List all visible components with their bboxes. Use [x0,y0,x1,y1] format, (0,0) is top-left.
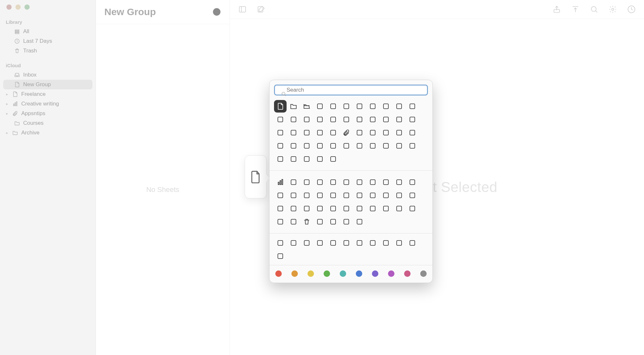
card-image-icon[interactable] [287,189,300,202]
group-folder-icon[interactable] [314,100,326,113]
trash-icon[interactable] [300,215,313,228]
reading-icon[interactable] [327,176,339,188]
card-icon[interactable] [300,189,313,202]
lock-icon[interactable] [366,189,379,202]
toolbox-icon[interactable] [287,153,300,165]
wikipedia-icon[interactable] [406,237,419,249]
doc-alt-icon[interactable] [340,113,353,126]
music-icon[interactable] [406,140,419,152]
search-button[interactable] [589,5,599,14]
list-icon[interactable] [314,189,326,202]
disclosure-chevron-icon[interactable]: ▸ [5,111,9,116]
archive-icon[interactable] [380,100,392,113]
close-window-button[interactable] [6,5,12,10]
chat-icon[interactable] [393,189,405,202]
tray-down-icon[interactable] [340,100,353,113]
icloud-item-freelance[interactable]: ▸Freelance [3,89,92,99]
help-icon[interactable] [353,215,366,228]
scribble-icon[interactable] [327,126,339,139]
sidebar-toggle-button[interactable] [238,5,247,14]
briefcase-icon[interactable] [274,153,287,165]
camera-icon[interactable] [366,140,379,152]
building-icon[interactable] [314,153,326,165]
piano-icon[interactable] [406,202,419,215]
facebook-icon[interactable] [380,237,392,249]
cal-day-icon[interactable] [366,176,379,188]
bear-icon[interactable] [274,250,287,262]
mail-icon[interactable] [287,202,300,215]
columns-icon[interactable] [300,202,313,215]
color-swatch-2[interactable] [308,270,314,277]
export-button[interactable] [571,5,580,14]
castle-icon[interactable] [327,153,339,165]
theatre-icon[interactable] [380,140,392,152]
doc-new-icon[interactable] [314,113,326,126]
settings-button[interactable] [608,5,618,14]
color-swatch-8[interactable] [404,270,411,277]
info-icon[interactable] [327,215,339,228]
pen-icon[interactable] [314,126,326,139]
folder-open-icon[interactable] [300,100,313,113]
doc-blank-icon[interactable] [353,113,366,126]
chat-lines-icon[interactable] [406,189,419,202]
page-icon[interactable] [274,100,287,113]
color-swatch-3[interactable] [324,270,330,277]
home-icon[interactable] [300,153,313,165]
warning-icon[interactable] [314,215,326,228]
disclosure-chevron-icon[interactable]: ▸ [5,102,9,106]
images-icon[interactable] [353,202,366,215]
github-icon[interactable] [340,237,353,249]
pencil-ruler-icon[interactable] [300,126,313,139]
drive-icon[interactable] [327,140,339,152]
sheet-icon[interactable] [274,189,287,202]
pin-map-icon[interactable] [314,202,326,215]
icloud-item-courses[interactable]: Courses [3,118,92,128]
color-swatch-0[interactable] [275,270,282,277]
printer-icon[interactable] [340,140,353,152]
doc-icon[interactable] [327,113,339,126]
map-icon[interactable] [327,202,339,215]
library-item-last-7-days[interactable]: Last 7 Days [3,36,92,46]
ol-list-icon[interactable] [327,189,339,202]
library-item-trash[interactable]: Trash [3,46,92,56]
mic-icon[interactable] [393,140,405,152]
color-swatch-1[interactable] [291,270,298,277]
disclosure-chevron-icon[interactable]: ▸ [5,131,9,135]
color-swatch-4[interactable] [340,270,346,277]
play-icon[interactable] [366,202,379,215]
bulb-icon[interactable] [274,140,287,152]
table-icon[interactable] [393,176,405,188]
tray-up-icon[interactable] [353,100,366,113]
doc-user-icon[interactable] [380,113,392,126]
pin-icon[interactable] [353,126,366,139]
micro-icon[interactable] [287,237,300,249]
alert-icon[interactable] [340,215,353,228]
bin-icon[interactable] [287,215,300,228]
unlock-icon[interactable] [380,189,392,202]
kettle-icon[interactable] [287,140,300,152]
compose-button[interactable] [256,5,266,14]
icloud-item-creative-writing[interactable]: ▸Creative writing [3,99,92,109]
open-book-icon[interactable] [314,176,326,188]
tray-icon[interactable] [327,100,339,113]
phone-alt-icon[interactable] [287,113,300,126]
share-button[interactable] [552,5,562,14]
tag-icon[interactable] [366,126,379,139]
notepad-icon[interactable] [353,176,366,188]
icloud-item-inbox[interactable]: Inbox [3,70,92,80]
color-swatch-7[interactable] [388,270,394,277]
disclosure-chevron-icon[interactable]: ▸ [5,92,9,96]
icloud-item-appsntips[interactable]: ▸Appsntips [3,109,92,118]
tray-full-icon[interactable] [366,100,379,113]
icloud-item-archive[interactable]: ▸Archive [3,128,92,138]
color-swatch-9[interactable] [420,270,427,277]
gear-icon[interactable] [406,126,419,139]
cal-week-icon[interactable] [380,176,392,188]
page-alt-icon[interactable] [340,176,353,188]
drawer-icon[interactable] [393,100,405,113]
flag-icon[interactable] [380,126,392,139]
book-check-icon[interactable] [300,176,313,188]
cloud-icon[interactable] [300,113,313,126]
folder-icon[interactable] [287,100,300,113]
filter-button[interactable] [212,7,221,16]
